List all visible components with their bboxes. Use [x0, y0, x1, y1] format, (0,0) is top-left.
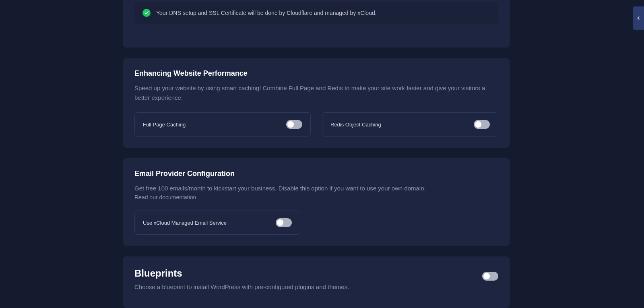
chevron-left-icon — [636, 15, 641, 21]
dns-info-text: Your DNS setup and SSL Certificate will … — [156, 10, 377, 16]
dns-info-banner: Your DNS setup and SSL Certificate will … — [134, 2, 498, 24]
full-page-caching-box: Full Page Caching — [134, 112, 311, 136]
email-card: Email Provider Configuration Get free 10… — [123, 158, 510, 246]
toggle-knob — [287, 121, 294, 128]
blueprints-card: Blueprints Choose a blueprint to install… — [123, 256, 510, 308]
blueprints-text: Blueprints Choose a blueprint to install… — [134, 268, 482, 292]
sidebar-collapse-tab[interactable] — [633, 6, 644, 30]
email-toggle-label: Use xCloud Managed Email Service — [143, 220, 227, 226]
toggle-knob — [277, 219, 283, 226]
full-page-caching-toggle[interactable] — [286, 120, 302, 129]
blueprints-title: Blueprints — [134, 268, 482, 279]
blueprints-toggle[interactable] — [482, 272, 498, 281]
redis-caching-toggle[interactable] — [474, 120, 490, 129]
performance-card: Enhancing Website Performance Speed up y… — [123, 58, 510, 148]
redis-caching-box: Redis Object Caching — [322, 112, 498, 136]
toggle-knob — [483, 273, 490, 279]
redis-caching-label: Redis Object Caching — [330, 122, 381, 128]
email-description: Get free 100 emails/month to kickstart y… — [134, 184, 498, 193]
toggle-knob — [475, 121, 481, 128]
blueprints-description: Choose a blueprint to install WordPress … — [134, 282, 482, 292]
check-circle-icon — [142, 9, 151, 17]
email-title: Email Provider Configuration — [134, 170, 498, 178]
performance-description: Speed up your website by using smart cac… — [134, 83, 498, 103]
email-toggle[interactable] — [276, 218, 292, 227]
blueprints-header: Blueprints Choose a blueprint to install… — [134, 268, 498, 292]
performance-toggles-row: Full Page Caching Redis Object Caching — [134, 112, 498, 136]
dns-card: Your DNS setup and SSL Certificate will … — [123, 0, 510, 48]
performance-title: Enhancing Website Performance — [134, 69, 498, 78]
full-page-caching-label: Full Page Caching — [143, 122, 186, 128]
email-toggle-box: Use xCloud Managed Email Service — [134, 211, 300, 235]
email-doc-link[interactable]: Read our documentation — [134, 194, 196, 201]
